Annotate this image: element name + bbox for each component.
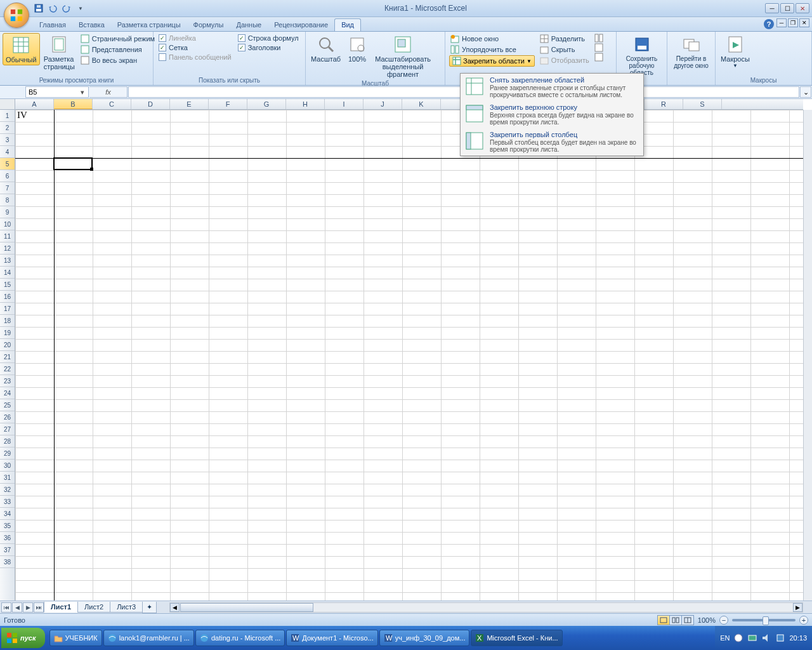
taskbar-item-4[interactable]: WДокумент1 - Microso... [286,630,377,646]
sheet-nav-first[interactable]: ⏮ [1,602,11,613]
row-header-20[interactable]: 20 [0,339,15,351]
taskbar-item-2[interactable]: lanok1@rambler.ru | ... [103,630,194,646]
zoom-100-button[interactable]: 100% [344,33,370,64]
qat-customize-dropdown-icon[interactable]: ▼ [75,3,86,14]
active-cell-b5[interactable] [53,157,93,170]
tray-icon-4[interactable] [775,633,785,643]
page-layout-shortcut[interactable] [669,615,682,625]
col-header-a[interactable]: A [15,99,54,109]
formula-bar-expand-icon[interactable]: ⌄ [800,86,811,98]
row-header-16[interactable]: 16 [0,291,15,303]
row-header-34[interactable]: 34 [0,508,15,520]
row-header-17[interactable]: 17 [0,303,15,315]
taskbar-item-1[interactable]: УЧЕБНИК [49,630,102,646]
office-button[interactable] [4,3,29,28]
row-header-12[interactable]: 12 [0,242,15,255]
zoom-out-button[interactable]: − [719,616,728,625]
zoom-level[interactable]: 100% [698,616,716,624]
row-header-3[interactable]: 3 [0,134,15,146]
col-header-d[interactable]: D [131,99,170,109]
tray-volume-icon[interactable] [761,633,771,643]
qat-save-icon[interactable] [33,3,44,14]
qat-redo-icon[interactable] [61,3,72,14]
maximize-button[interactable]: ☐ [780,3,794,13]
tab-data[interactable]: Данные [230,19,268,31]
row-header-32[interactable]: 32 [0,484,15,496]
split-button[interactable]: Разделить [539,34,591,44]
row-header-38[interactable]: 38 [0,556,15,568]
row-header-11[interactable]: 11 [0,230,15,242]
custom-views-button[interactable]: Представления [79,44,157,55]
formula-bar-checkbox[interactable]: ✓Строка формул [237,34,300,43]
tab-home[interactable]: Главная [33,19,72,31]
row-header-29[interactable]: 29 [0,448,15,460]
row-header-25[interactable]: 25 [0,399,15,411]
hide-button[interactable]: Скрыть [539,44,591,55]
zoom-slider[interactable] [732,619,796,621]
row-header-10[interactable]: 10 [0,218,15,230]
full-screen-button[interactable]: Во весь экран [79,55,157,65]
row-header-4[interactable]: 4 [0,146,15,158]
sheet-nav-next[interactable]: ▶ [23,602,33,613]
tray-icon-2[interactable] [747,633,757,643]
row-header-30[interactable]: 30 [0,460,15,472]
normal-view-button[interactable]: Обычный [3,33,40,65]
row-header-33[interactable]: 33 [0,496,15,508]
wb-restore-button[interactable]: ❐ [788,18,798,27]
row-header-31[interactable]: 31 [0,472,15,484]
name-box-dropdown-icon[interactable]: ▾ [78,88,87,96]
row-header-8[interactable]: 8 [0,194,15,206]
row-header-24[interactable]: 24 [0,387,15,399]
sheet-tab-2[interactable]: Лист2 [77,602,110,613]
col-header-f[interactable]: F [209,99,247,109]
row-header-35[interactable]: 35 [0,520,15,532]
new-sheet-button[interactable]: ✦ [142,602,157,613]
row-header-19[interactable]: 19 [0,327,15,339]
taskbar-item-5[interactable]: Wуч_инф_30_09_дом... [379,630,470,646]
row-header-9[interactable]: 9 [0,206,15,218]
freeze-top-row-item[interactable]: Закрепить верхнюю строкуВерхняя строка в… [461,101,643,128]
freeze-panes-button[interactable]: Закрепить области▼ [449,55,535,67]
page-break-button[interactable]: Страничный режим [79,34,157,44]
sheet-tab-3[interactable]: Лист3 [110,602,143,613]
tab-review[interactable]: Рецензирование [268,19,334,31]
row-header-2[interactable]: 2 [0,122,15,134]
headings-checkbox[interactable]: ✓Заголовки [237,43,300,52]
row-header-21[interactable]: 21 [0,351,15,363]
row-header-15[interactable]: 15 [0,279,15,291]
row-header-5[interactable]: 5 [0,158,15,170]
row-header-23[interactable]: 23 [0,375,15,387]
sheet-tab-1[interactable]: Лист1 [44,602,78,613]
row-header-13[interactable]: 13 [0,255,15,267]
reset-pos-icon[interactable] [594,53,603,62]
col-header-e[interactable]: E [170,99,209,109]
clock[interactable]: 20:13 [789,634,807,642]
name-box-input[interactable] [29,88,67,96]
save-workspace-button[interactable]: Сохранить рабочую область [619,33,664,77]
col-header-g[interactable]: G [247,99,286,109]
vertical-scrollbar[interactable] [803,110,812,600]
taskbar-item-6[interactable]: XMicrosoft Excel - Кни... [471,630,562,646]
horizontal-scrollbar[interactable]: ◀ ▶ [169,602,803,613]
col-header-i[interactable]: I [325,99,363,109]
tray-icon-1[interactable] [733,633,743,643]
zoom-button[interactable]: Масштаб [308,33,343,64]
help-icon[interactable]: ? [764,19,774,29]
col-header-k[interactable]: K [402,99,441,109]
row-header-28[interactable]: 28 [0,435,15,448]
macros-button[interactable]: Макросы▼ [718,33,752,70]
name-box[interactable]: ▾ [25,86,89,98]
col-header-s[interactable]: S [683,99,722,109]
cells-area[interactable]: IV [15,110,803,600]
tab-layout[interactable]: Разметка страницы [111,19,187,31]
zoom-in-button[interactable]: + [799,616,808,625]
start-button[interactable]: пуск [1,628,45,648]
col-header-h[interactable]: H [286,99,325,109]
col-header-c[interactable]: C [93,99,131,109]
row-header-37[interactable]: 37 [0,544,15,556]
row-header-6[interactable]: 6 [0,170,15,182]
row-header-1[interactable]: 1 [0,110,15,122]
select-all-button[interactable] [0,99,15,110]
hscroll-left-icon[interactable]: ◀ [170,603,180,612]
new-window-button[interactable]: Новое окно [449,34,535,44]
